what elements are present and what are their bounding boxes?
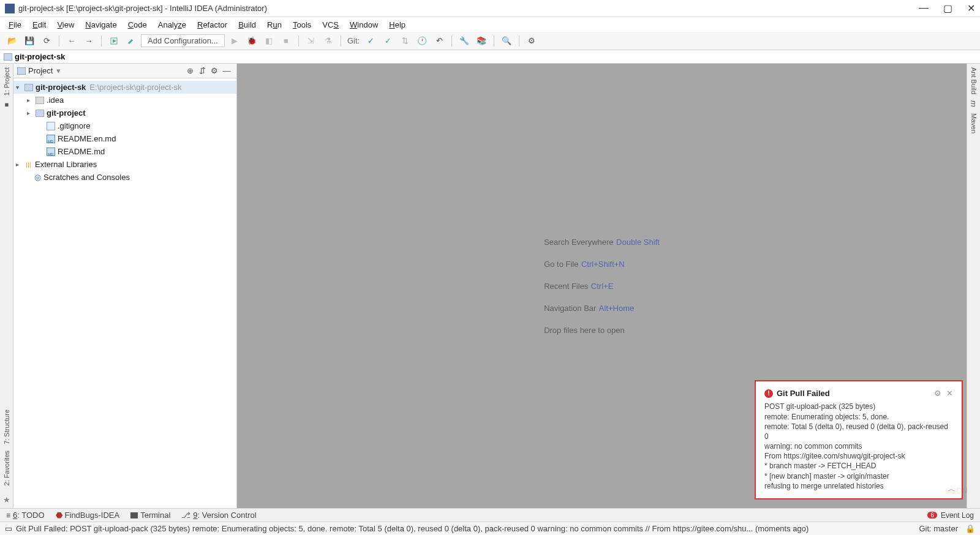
coverage-button[interactable]: ◧: [262, 34, 276, 48]
tw-todo-tab[interactable]: ≡ 6: TODO: [6, 511, 45, 520]
menu-tools[interactable]: Tools: [288, 19, 316, 31]
tree-idea-folder: ▸ .idea: [13, 94, 236, 107]
git-update-button[interactable]: ✓: [363, 34, 378, 48]
tree-file-readme-en: README.en.md: [13, 132, 236, 145]
status-message[interactable]: Git Pull Failed: POST git-upload-pack (3…: [16, 524, 809, 533]
locate-button[interactable]: ⊕: [184, 66, 196, 75]
tw-project-tab[interactable]: 1: Project: [3, 67, 10, 95]
menu-build[interactable]: Build: [233, 19, 261, 31]
markdown-file-icon: [47, 135, 55, 143]
customize-button[interactable]: 🔧: [457, 34, 472, 48]
run-button[interactable]: ▶: [227, 34, 242, 48]
save-all-button[interactable]: 💾: [22, 34, 37, 48]
tw-version-control-tab[interactable]: ⎇ 9: Version Control: [181, 511, 256, 520]
svg-marker-1: [113, 39, 116, 43]
search-button[interactable]: 🔍: [499, 34, 514, 48]
nav-breadcrumb: git-project-sk: [0, 50, 980, 64]
git-commit-button[interactable]: ✓: [380, 34, 395, 48]
tw-bookmarks-icon[interactable]: ■: [3, 102, 10, 109]
folder-icon: [36, 110, 44, 117]
stop-button[interactable]: ■: [279, 34, 293, 48]
tree-file-readme: README.md: [13, 145, 236, 158]
tw-structure-tab[interactable]: 7: Structure: [3, 410, 10, 444]
status-message-icon[interactable]: ▭: [5, 524, 12, 533]
make-button[interactable]: [107, 34, 121, 48]
folder-icon: [4, 53, 12, 61]
menu-run[interactable]: Run: [262, 19, 287, 31]
tw-maven-label[interactable]: Maven: [970, 113, 978, 133]
padlock-icon[interactable]: 🔒: [965, 524, 975, 533]
menu-view[interactable]: View: [52, 19, 79, 31]
chevron-right-icon[interactable]: ▸: [16, 161, 24, 168]
nav-fwd-button[interactable]: →: [81, 34, 96, 48]
git-rollback-button[interactable]: ↶: [432, 34, 447, 48]
chevron-down-icon[interactable]: ▾: [16, 84, 24, 91]
menu-refactor[interactable]: Refactor: [192, 19, 232, 31]
nav-back-button[interactable]: ←: [64, 34, 79, 48]
tw-favorites-tab[interactable]: 2: Favorites: [3, 451, 10, 485]
file-icon: [47, 122, 55, 130]
expand-all-button[interactable]: ⇵: [196, 66, 208, 75]
tw-ant-tab[interactable]: Ant Build: [970, 67, 978, 94]
event-log-badge: 6: [927, 512, 937, 518]
menu-analyze[interactable]: Analyze: [153, 19, 191, 31]
git-history-button[interactable]: 🕐: [415, 34, 429, 48]
left-tool-strip: 1: Project ■ 7: Structure 2: Favorites ★: [0, 64, 13, 508]
chevron-down-icon: ▾: [56, 66, 61, 75]
git-compare-button[interactable]: ⇅: [398, 34, 412, 48]
chevron-right-icon[interactable]: ▸: [27, 97, 36, 103]
menu-bar: File Edit View Navigate Code Analyze Ref…: [0, 17, 980, 32]
folder-icon: [36, 97, 44, 104]
project-structure-button[interactable]: 📚: [474, 34, 489, 48]
profile-button[interactable]: ⚗: [321, 34, 336, 48]
window-maximize-button[interactable]: ▢: [943, 2, 952, 14]
menu-file[interactable]: File: [4, 19, 26, 31]
notification-settings-button[interactable]: ⚙: [934, 389, 941, 398]
favorites-star-icon[interactable]: ★: [3, 495, 10, 504]
open-button[interactable]: 📂: [5, 34, 20, 48]
tree-root: ▾ git-project-sk E:\project-sk\git-proje…: [13, 81, 236, 94]
project-view-selector[interactable]: Project: [28, 66, 53, 75]
project-tool-window: Project ▾ ⊕ ⇵ ⚙ — ▾ git-project-sk E:\pr…: [13, 64, 237, 508]
menu-code[interactable]: Code: [123, 19, 152, 31]
window-title: git-project-sk [E:\project-sk\git-projec…: [18, 4, 919, 13]
tw-event-log-tab[interactable]: Event Log: [941, 511, 974, 520]
status-bar: ▭ Git Pull Failed: POST git-upload-pack …: [0, 522, 980, 535]
scratch-icon: ◎: [34, 173, 41, 182]
tree-file-gitignore: .gitignore: [13, 119, 236, 132]
build-hammer-button[interactable]: [124, 34, 138, 48]
git-label: Git:: [347, 36, 360, 45]
settings-button[interactable]: ⚙: [208, 66, 221, 75]
window-minimize-button[interactable]: —: [919, 2, 929, 14]
debug-button[interactable]: 🐞: [244, 34, 259, 48]
window-close-button[interactable]: ✕: [967, 2, 975, 14]
notification-body: POST git-upload-pack (325 bytes) remote:…: [764, 402, 953, 491]
breadcrumb-root[interactable]: git-project-sk: [15, 52, 65, 61]
git-branch-indicator[interactable]: Git: master: [919, 524, 958, 533]
menu-navigate[interactable]: Navigate: [80, 19, 121, 31]
folder-icon: [17, 67, 26, 75]
attach-button[interactable]: ⇲: [304, 34, 318, 48]
menu-vcs[interactable]: VCS: [317, 19, 344, 31]
right-tool-strip: Ant Build m Maven: [967, 64, 980, 508]
tw-findbugs-tab[interactable]: ⬣FindBugs-IDEA: [56, 511, 120, 520]
error-icon: !: [764, 389, 773, 398]
hide-panel-button[interactable]: —: [221, 66, 233, 75]
sync-button[interactable]: ⟳: [39, 34, 54, 48]
tree-module-folder: ▸ git-project: [13, 107, 236, 119]
notification-close-button[interactable]: ✕: [946, 389, 953, 398]
notification-balloon: ! Git Pull Failed ⚙ ✕ POST git-upload-pa…: [755, 380, 963, 499]
watermark: CSDN: [945, 486, 968, 495]
run-config-dropdown[interactable]: Add Configuration...: [141, 34, 225, 47]
bottom-tool-tabs: ≡ 6: TODO ⬣FindBugs-IDEA Terminal ⎇ 9: V…: [0, 508, 980, 522]
chevron-right-icon[interactable]: ▸: [27, 110, 36, 116]
project-tree[interactable]: ▾ git-project-sk E:\project-sk\git-proje…: [13, 78, 236, 508]
library-icon: ⫼: [24, 160, 32, 169]
folder-icon: [24, 84, 33, 91]
tw-maven-tab[interactable]: m: [969, 100, 978, 107]
menu-help[interactable]: Help: [384, 19, 410, 31]
menu-edit[interactable]: Edit: [28, 19, 51, 31]
tw-terminal-tab[interactable]: Terminal: [130, 511, 170, 520]
menu-window[interactable]: Window: [345, 19, 383, 31]
ide-tools-button[interactable]: ⚙: [524, 34, 539, 48]
